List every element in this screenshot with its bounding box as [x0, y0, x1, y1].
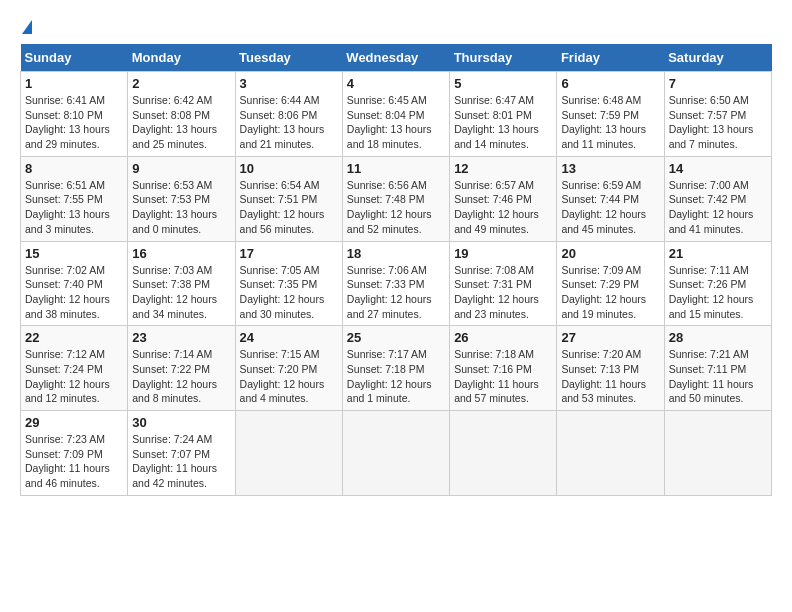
calendar-cell: 5 Sunrise: 6:47 AM Sunset: 8:01 PM Dayli… — [450, 72, 557, 157]
day-detail: Sunrise: 7:15 AM Sunset: 7:20 PM Dayligh… — [240, 347, 338, 406]
day-number: 18 — [347, 246, 445, 261]
calendar-cell: 4 Sunrise: 6:45 AM Sunset: 8:04 PM Dayli… — [342, 72, 449, 157]
calendar-cell: 19 Sunrise: 7:08 AM Sunset: 7:31 PM Dayl… — [450, 241, 557, 326]
day-detail: Sunrise: 6:41 AM Sunset: 8:10 PM Dayligh… — [25, 93, 123, 152]
calendar-week-row: 8 Sunrise: 6:51 AM Sunset: 7:55 PM Dayli… — [21, 156, 772, 241]
calendar-day-header: Monday — [128, 44, 235, 72]
calendar-week-row: 15 Sunrise: 7:02 AM Sunset: 7:40 PM Dayl… — [21, 241, 772, 326]
calendar-cell: 11 Sunrise: 6:56 AM Sunset: 7:48 PM Dayl… — [342, 156, 449, 241]
day-number: 30 — [132, 415, 230, 430]
day-number: 29 — [25, 415, 123, 430]
calendar-day-header: Saturday — [664, 44, 771, 72]
day-number: 20 — [561, 246, 659, 261]
calendar-cell — [557, 411, 664, 496]
day-detail: Sunrise: 6:42 AM Sunset: 8:08 PM Dayligh… — [132, 93, 230, 152]
calendar-cell: 21 Sunrise: 7:11 AM Sunset: 7:26 PM Dayl… — [664, 241, 771, 326]
header — [20, 20, 772, 34]
day-number: 28 — [669, 330, 767, 345]
calendar-cell: 1 Sunrise: 6:41 AM Sunset: 8:10 PM Dayli… — [21, 72, 128, 157]
day-detail: Sunrise: 7:00 AM Sunset: 7:42 PM Dayligh… — [669, 178, 767, 237]
calendar-cell: 16 Sunrise: 7:03 AM Sunset: 7:38 PM Dayl… — [128, 241, 235, 326]
day-number: 23 — [132, 330, 230, 345]
day-number: 4 — [347, 76, 445, 91]
calendar-day-header: Wednesday — [342, 44, 449, 72]
day-number: 7 — [669, 76, 767, 91]
day-detail: Sunrise: 6:51 AM Sunset: 7:55 PM Dayligh… — [25, 178, 123, 237]
calendar-day-header: Tuesday — [235, 44, 342, 72]
day-detail: Sunrise: 7:11 AM Sunset: 7:26 PM Dayligh… — [669, 263, 767, 322]
day-detail: Sunrise: 6:48 AM Sunset: 7:59 PM Dayligh… — [561, 93, 659, 152]
day-number: 13 — [561, 161, 659, 176]
day-detail: Sunrise: 7:21 AM Sunset: 7:11 PM Dayligh… — [669, 347, 767, 406]
calendar-day-header: Sunday — [21, 44, 128, 72]
calendar-week-row: 1 Sunrise: 6:41 AM Sunset: 8:10 PM Dayli… — [21, 72, 772, 157]
day-number: 2 — [132, 76, 230, 91]
day-number: 26 — [454, 330, 552, 345]
day-number: 21 — [669, 246, 767, 261]
day-detail: Sunrise: 7:20 AM Sunset: 7:13 PM Dayligh… — [561, 347, 659, 406]
calendar-cell: 24 Sunrise: 7:15 AM Sunset: 7:20 PM Dayl… — [235, 326, 342, 411]
day-detail: Sunrise: 7:18 AM Sunset: 7:16 PM Dayligh… — [454, 347, 552, 406]
calendar-cell — [342, 411, 449, 496]
day-detail: Sunrise: 7:03 AM Sunset: 7:38 PM Dayligh… — [132, 263, 230, 322]
calendar-cell: 22 Sunrise: 7:12 AM Sunset: 7:24 PM Dayl… — [21, 326, 128, 411]
day-detail: Sunrise: 7:14 AM Sunset: 7:22 PM Dayligh… — [132, 347, 230, 406]
calendar-week-row: 22 Sunrise: 7:12 AM Sunset: 7:24 PM Dayl… — [21, 326, 772, 411]
calendar-cell: 6 Sunrise: 6:48 AM Sunset: 7:59 PM Dayli… — [557, 72, 664, 157]
calendar-cell: 30 Sunrise: 7:24 AM Sunset: 7:07 PM Dayl… — [128, 411, 235, 496]
day-number: 17 — [240, 246, 338, 261]
day-number: 27 — [561, 330, 659, 345]
calendar-cell: 27 Sunrise: 7:20 AM Sunset: 7:13 PM Dayl… — [557, 326, 664, 411]
day-detail: Sunrise: 6:47 AM Sunset: 8:01 PM Dayligh… — [454, 93, 552, 152]
day-number: 1 — [25, 76, 123, 91]
calendar-day-header: Friday — [557, 44, 664, 72]
day-number: 24 — [240, 330, 338, 345]
calendar-cell: 10 Sunrise: 6:54 AM Sunset: 7:51 PM Dayl… — [235, 156, 342, 241]
day-detail: Sunrise: 6:59 AM Sunset: 7:44 PM Dayligh… — [561, 178, 659, 237]
calendar-cell: 3 Sunrise: 6:44 AM Sunset: 8:06 PM Dayli… — [235, 72, 342, 157]
day-detail: Sunrise: 7:24 AM Sunset: 7:07 PM Dayligh… — [132, 432, 230, 491]
calendar-cell: 18 Sunrise: 7:06 AM Sunset: 7:33 PM Dayl… — [342, 241, 449, 326]
day-detail: Sunrise: 6:44 AM Sunset: 8:06 PM Dayligh… — [240, 93, 338, 152]
day-number: 15 — [25, 246, 123, 261]
day-detail: Sunrise: 7:06 AM Sunset: 7:33 PM Dayligh… — [347, 263, 445, 322]
calendar-cell — [235, 411, 342, 496]
day-detail: Sunrise: 7:08 AM Sunset: 7:31 PM Dayligh… — [454, 263, 552, 322]
logo — [20, 20, 32, 34]
calendar-cell: 2 Sunrise: 6:42 AM Sunset: 8:08 PM Dayli… — [128, 72, 235, 157]
day-number: 14 — [669, 161, 767, 176]
calendar-cell: 8 Sunrise: 6:51 AM Sunset: 7:55 PM Dayli… — [21, 156, 128, 241]
calendar-cell: 26 Sunrise: 7:18 AM Sunset: 7:16 PM Dayl… — [450, 326, 557, 411]
logo-icon — [22, 20, 32, 34]
day-number: 9 — [132, 161, 230, 176]
calendar-cell: 15 Sunrise: 7:02 AM Sunset: 7:40 PM Dayl… — [21, 241, 128, 326]
calendar-cell: 20 Sunrise: 7:09 AM Sunset: 7:29 PM Dayl… — [557, 241, 664, 326]
calendar-cell: 25 Sunrise: 7:17 AM Sunset: 7:18 PM Dayl… — [342, 326, 449, 411]
day-detail: Sunrise: 6:50 AM Sunset: 7:57 PM Dayligh… — [669, 93, 767, 152]
day-number: 22 — [25, 330, 123, 345]
day-detail: Sunrise: 7:12 AM Sunset: 7:24 PM Dayligh… — [25, 347, 123, 406]
calendar-cell: 29 Sunrise: 7:23 AM Sunset: 7:09 PM Dayl… — [21, 411, 128, 496]
calendar-table: SundayMondayTuesdayWednesdayThursdayFrid… — [20, 44, 772, 496]
day-number: 3 — [240, 76, 338, 91]
calendar-cell — [450, 411, 557, 496]
calendar-cell: 7 Sunrise: 6:50 AM Sunset: 7:57 PM Dayli… — [664, 72, 771, 157]
calendar-cell: 23 Sunrise: 7:14 AM Sunset: 7:22 PM Dayl… — [128, 326, 235, 411]
day-number: 19 — [454, 246, 552, 261]
day-detail: Sunrise: 6:56 AM Sunset: 7:48 PM Dayligh… — [347, 178, 445, 237]
calendar-cell: 14 Sunrise: 7:00 AM Sunset: 7:42 PM Dayl… — [664, 156, 771, 241]
day-number: 11 — [347, 161, 445, 176]
day-detail: Sunrise: 7:23 AM Sunset: 7:09 PM Dayligh… — [25, 432, 123, 491]
calendar-day-header: Thursday — [450, 44, 557, 72]
day-number: 10 — [240, 161, 338, 176]
calendar-cell: 9 Sunrise: 6:53 AM Sunset: 7:53 PM Dayli… — [128, 156, 235, 241]
day-detail: Sunrise: 7:09 AM Sunset: 7:29 PM Dayligh… — [561, 263, 659, 322]
day-number: 12 — [454, 161, 552, 176]
day-detail: Sunrise: 6:54 AM Sunset: 7:51 PM Dayligh… — [240, 178, 338, 237]
calendar-cell: 13 Sunrise: 6:59 AM Sunset: 7:44 PM Dayl… — [557, 156, 664, 241]
day-number: 5 — [454, 76, 552, 91]
calendar-cell — [664, 411, 771, 496]
day-number: 25 — [347, 330, 445, 345]
day-detail: Sunrise: 7:05 AM Sunset: 7:35 PM Dayligh… — [240, 263, 338, 322]
day-detail: Sunrise: 7:17 AM Sunset: 7:18 PM Dayligh… — [347, 347, 445, 406]
